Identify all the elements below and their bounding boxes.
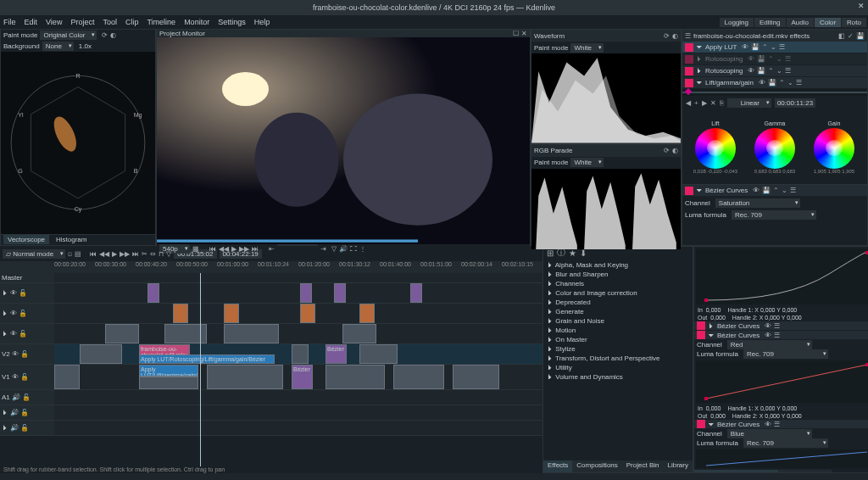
clip[interactable] <box>300 283 312 303</box>
eye-icon[interactable]: 👁 <box>10 330 17 338</box>
tl-composite-icon[interactable]: ▤ <box>75 250 81 258</box>
vectorscope-rt-icon[interactable]: ◐ <box>110 31 116 39</box>
effect-visible-icon[interactable]: 👁 <box>759 79 765 87</box>
effect-menu-icon[interactable]: ☰ <box>774 322 780 330</box>
effect-visible-icon[interactable]: 👁 <box>748 67 754 75</box>
bezier-curve-1[interactable] <box>696 248 868 304</box>
effect-visible-icon[interactable]: 👁 <box>748 55 754 63</box>
lib-info-icon[interactable]: ⓘ <box>557 247 565 259</box>
rgb-auto-icon[interactable]: ⟳ <box>664 147 670 154</box>
tab-effects[interactable]: Effects <box>543 460 572 472</box>
clip[interactable] <box>105 324 139 343</box>
effect-down-icon[interactable]: ⌄ <box>776 55 782 63</box>
clip[interactable] <box>300 304 315 323</box>
kf-interp[interactable]: Linear <box>727 98 771 108</box>
effect-bezier-1[interactable]: ⏷ Bézier Curves 👁 💾 ⌃ ⌄ ☰ <box>682 185 867 197</box>
clip[interactable] <box>342 324 376 343</box>
menu-view[interactable]: View <box>46 18 62 26</box>
effect-bezier-2[interactable]: ⏵ Bézier Curves 👁 ☰ <box>694 321 868 331</box>
kf-del-icon[interactable]: ✕ <box>710 99 716 107</box>
audio-icon[interactable]: 🔊 <box>339 245 348 253</box>
bezier-curve-4[interactable] <box>696 449 868 468</box>
lock-icon[interactable]: 🔓 <box>20 350 29 358</box>
cat-motion[interactable]: ⏵ Motion <box>545 326 691 335</box>
clip[interactable] <box>359 344 398 364</box>
cat-stylize[interactable]: ⏵ Stylize <box>545 344 691 354</box>
tl-fit-icon[interactable]: ⇔ <box>150 250 156 258</box>
tab-compositions[interactable]: Compositions <box>572 460 621 472</box>
clip-effects[interactable]: Apply LUT/Rotoscoping/Lift/gamma/gain/Bé… <box>139 354 275 364</box>
waveform-auto-icon[interactable]: ⟳ <box>664 32 670 40</box>
menu-settings[interactable]: Settings <box>218 18 246 26</box>
save-stack-icon[interactable]: 💾 <box>856 32 865 40</box>
clip[interactable] <box>410 283 422 303</box>
clip[interactable] <box>207 365 283 389</box>
track-header-a2[interactable]: ⏵ 🔊 🔓 <box>0 405 54 420</box>
eye-icon[interactable]: 👁 <box>10 310 17 317</box>
kf-next-icon[interactable]: ▶ <box>702 99 707 107</box>
track-header-a1[interactable]: A1 🔊 🔓 <box>0 390 54 405</box>
cat-alpha[interactable]: ⏵ Alpha, Mask and Keying <box>545 260 691 270</box>
tab-stack[interactable]: Effect/Composition Stack <box>694 470 778 473</box>
monitor-undock-icon[interactable]: ☐ <box>513 30 519 37</box>
clip[interactable] <box>224 304 239 323</box>
effect-down-icon[interactable]: ⌄ <box>771 43 776 51</box>
clip[interactable] <box>80 344 122 364</box>
cat-channels[interactable]: ⏵ Channels <box>545 279 691 288</box>
effect-visible-icon[interactable]: 👁 <box>765 421 771 428</box>
wf-paint-mode[interactable]: White <box>570 43 603 53</box>
effect-save-icon[interactable]: 💾 <box>762 187 771 194</box>
lock-icon[interactable]: 🔓 <box>22 393 31 401</box>
workspace-editing[interactable]: Editing <box>754 18 785 27</box>
tl-next-icon[interactable]: ▶▶ <box>120 250 130 258</box>
lift-wheel[interactable]: Lift 0,028 -0,220 -0,043 <box>691 120 740 174</box>
vectorscope-paint-mode[interactable]: Original Color <box>40 31 97 40</box>
effect-up-icon[interactable]: ⌃ <box>768 67 774 75</box>
collapse-icon[interactable]: ⏷ <box>696 79 703 87</box>
effect-menu-icon[interactable]: ☰ <box>790 187 796 194</box>
clip[interactable] <box>147 283 159 303</box>
fullscreen-icon[interactable]: ⛶ <box>350 245 357 253</box>
marker-icon[interactable]: ▽ <box>331 245 337 253</box>
track-header-v5[interactable]: ⏵ 👁 🔓 <box>0 283 54 303</box>
tab-vectorscope[interactable]: Vectorscope <box>3 235 49 244</box>
tl-marker-icon[interactable]: ▽ <box>166 250 171 258</box>
effect-apply-lut[interactable]: ⏷ Apply LUT 👁 💾 ⌃ ⌄ ☰ <box>682 42 867 53</box>
effect-save-icon[interactable]: 💾 <box>768 79 776 87</box>
kf-copy-icon[interactable]: ⎘ <box>720 99 724 107</box>
lock-icon[interactable]: 🔓 <box>20 373 29 381</box>
lib-tree-icon[interactable]: ⊞ <box>547 248 554 258</box>
effect-save-icon[interactable]: 💾 <box>757 55 765 63</box>
monitor-viewport[interactable] <box>157 37 530 244</box>
clip[interactable]: Bézier <box>292 365 313 389</box>
cat-onmaster[interactable]: ⏵ On Master <box>545 335 691 344</box>
lock-icon[interactable]: 🔓 <box>19 330 27 338</box>
effect-up-icon[interactable]: ⌃ <box>773 187 779 194</box>
effect-menu-icon[interactable]: ☰ <box>785 55 791 63</box>
clip[interactable] <box>453 365 499 389</box>
zone-out-icon[interactable]: ⇥ <box>320 245 326 253</box>
cat-utility[interactable]: ⏵ Utility <box>545 363 691 372</box>
clip[interactable]: Bézier <box>326 344 347 364</box>
menu-tool[interactable]: Tool <box>103 18 117 26</box>
workspace-color[interactable]: Color <box>815 18 841 27</box>
cat-deprecated[interactable]: ⏵ Deprecated <box>545 298 691 307</box>
effect-rotoscoping-2[interactable]: ⏵ Rotoscoping 👁 💾 ⌃ ⌄ ☰ <box>682 65 867 77</box>
bezier3-luma[interactable]: Rec. 709 <box>743 349 828 359</box>
tl-play-icon[interactable]: ▶ <box>112 250 117 258</box>
bezier-channel[interactable]: Saturation <box>715 198 800 208</box>
clip[interactable] <box>139 377 198 389</box>
effect-up-icon[interactable]: ⌃ <box>779 79 785 87</box>
tl-rewind-icon[interactable]: ⏮ <box>90 250 97 258</box>
menu-help[interactable]: Help <box>254 18 270 26</box>
effect-rotoscoping-1[interactable]: ⏵ Rotoscoping 👁 💾 ⌃ ⌄ ☰ <box>682 53 867 65</box>
gamma-wheel[interactable]: Gamma 0,683 0,683 0,683 <box>750 120 799 174</box>
forward-icon[interactable]: ⏭ <box>252 245 259 253</box>
workspace-roto[interactable]: Roto <box>842 18 866 27</box>
clip[interactable] <box>224 324 279 343</box>
kf-add-icon[interactable]: + <box>694 99 698 107</box>
effect-lgg[interactable]: ⏷ Lift/gamma/gain 👁 💾 ⌃ ⌄ ☰ <box>682 77 867 89</box>
effect-enable-icon[interactable]: ✓ <box>848 32 854 40</box>
cat-blur[interactable]: ⏵ Blur and Sharpen <box>545 270 691 279</box>
eye-icon[interactable]: 👁 <box>12 373 19 381</box>
